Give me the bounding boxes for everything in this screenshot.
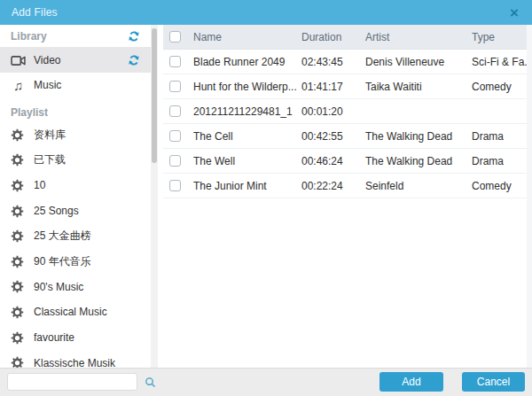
column-header-type[interactable]: Type [472, 31, 532, 43]
row-checkbox[interactable] [169, 180, 181, 191]
dialog-title: Add Files [12, 6, 58, 19]
playlist-label: Klassische Musik [34, 357, 115, 368]
cell-duration: 02:43:45 [301, 56, 365, 68]
cell-artist: Denis Villeneuve [365, 56, 472, 68]
table-row[interactable]: The Junior Mint 00:22:24 Seinfeld Comedy [163, 174, 532, 198]
titlebar: Add Files × [0, 0, 532, 25]
library-header-label: Library [11, 30, 47, 43]
cell-type: Sci-Fi & Fa... [472, 56, 532, 68]
gear-icon [11, 179, 24, 192]
file-table: Name Duration Artist Type Blade Runner 2… [163, 25, 532, 368]
column-header-duration[interactable]: Duration [301, 31, 365, 43]
playlist-item[interactable]: Klassische Musik [0, 350, 151, 368]
cell-type: Comedy [472, 180, 532, 192]
video-refresh-icon[interactable] [128, 54, 140, 66]
gear-icon [11, 255, 24, 268]
cell-duration: 00:42:55 [301, 130, 365, 143]
table-header-row: Name Duration Artist Type [163, 25, 532, 50]
gear-icon [11, 331, 24, 345]
sidebar-scrollbar-track [151, 25, 158, 368]
cell-artist: Taika Waititi [365, 81, 472, 93]
playlist-item[interactable]: 资料库 [0, 122, 151, 148]
playlist-header-label: Playlist [11, 106, 48, 119]
video-camera-icon [11, 55, 26, 66]
sidebar-item-music[interactable]: ♫ Music [0, 73, 151, 97]
cell-name: The Well [193, 155, 301, 167]
table-row[interactable]: The Cell 00:42:55 The Walking Dead Drama [163, 124, 532, 149]
select-all-checkbox[interactable] [169, 31, 181, 43]
playlist-item[interactable]: 25 大金曲榜 [0, 223, 151, 249]
library-refresh-icon[interactable] [128, 30, 140, 43]
cell-name: The Junior Mint [193, 180, 301, 192]
playlist-item[interactable]: 10 [0, 173, 151, 198]
cell-type: Comedy [472, 81, 532, 93]
cancel-button[interactable]: Cancel [462, 372, 525, 392]
cell-artist: The Walking Dead [365, 130, 472, 143]
gear-icon [11, 280, 24, 293]
music-label: Music [34, 79, 61, 91]
playlist-label: 已下载 [34, 152, 66, 167]
gear-icon [11, 306, 24, 319]
playlist-label: 25 Songs [34, 205, 79, 217]
cell-duration: 01:41:17 [301, 81, 365, 93]
cell-duration: 00:01:20 [301, 105, 365, 118]
playlist-item[interactable]: 25 Songs [0, 198, 151, 224]
add-button[interactable]: Add [379, 372, 443, 392]
playlist-section-header: Playlist [0, 103, 151, 122]
column-header-name[interactable]: Name [193, 31, 301, 43]
playlist-item[interactable]: 90's Music [0, 275, 151, 300]
playlist-label: 90's Music [34, 281, 83, 293]
gear-icon [11, 356, 24, 368]
row-checkbox[interactable] [169, 155, 181, 167]
playlist-item[interactable]: favourite [0, 325, 151, 351]
search-input[interactable] [8, 377, 145, 387]
footer-bar: Add Cancel [0, 368, 532, 396]
cell-artist: The Walking Dead [365, 155, 472, 167]
playlist-label: favourite [34, 331, 74, 344]
cell-artist: Seinfeld [365, 180, 472, 192]
cell-name: The Cell [193, 130, 301, 143]
table-row[interactable]: 201211211229481_1 00:01:20 [163, 99, 532, 124]
cell-duration: 00:22:24 [301, 180, 365, 192]
table-scrollbar-track [527, 25, 532, 396]
row-checkbox[interactable] [169, 56, 181, 67]
row-checkbox[interactable] [169, 81, 181, 92]
playlist-item[interactable]: Classical Music [0, 299, 151, 325]
row-checkbox[interactable] [169, 105, 181, 117]
search-icon [145, 377, 156, 388]
table-row[interactable]: Hunt for the Wilderp... 01:41:17 Taika W… [163, 74, 532, 99]
music-note-icon: ♫ [11, 79, 26, 92]
sidebar-scrollbar-thumb[interactable] [152, 28, 157, 163]
gear-icon [11, 205, 24, 218]
library-section-header: Library [0, 25, 151, 48]
search-box[interactable] [7, 373, 137, 391]
playlist-label: Classical Music [34, 306, 107, 318]
cell-name: 201211211229481_1 [193, 105, 301, 118]
cell-type: Drama [472, 155, 532, 167]
cell-name: Blade Runner 2049 [193, 56, 301, 68]
sidebar: Library Video ♫ Music Playlist [0, 25, 151, 368]
cell-name: Hunt for the Wilderp... [193, 81, 301, 93]
gear-icon [11, 153, 24, 167]
video-label: Video [34, 54, 60, 66]
table-row[interactable]: The Well 00:46:24 The Walking Dead Drama [163, 149, 532, 174]
playlist-item[interactable]: 90 年代音乐 [0, 249, 151, 275]
cell-duration: 00:46:24 [301, 155, 365, 167]
sidebar-item-video[interactable]: Video [0, 48, 151, 73]
row-checkbox[interactable] [169, 130, 181, 142]
gear-icon [11, 229, 24, 243]
playlist-label: 25 大金曲榜 [34, 229, 91, 244]
cell-type: Drama [472, 130, 532, 143]
column-header-artist[interactable]: Artist [365, 31, 472, 43]
playlist-item[interactable]: 已下载 [0, 148, 151, 174]
table-row[interactable]: Blade Runner 2049 02:43:45 Denis Villene… [163, 50, 532, 74]
playlist-label: 10 [34, 179, 45, 191]
playlist-label: 90 年代音乐 [34, 254, 91, 269]
playlist-label: 资料库 [34, 128, 66, 143]
gear-icon [11, 128, 24, 142]
add-files-dialog: Add Files × Library Video ♫ Music [0, 0, 532, 396]
close-icon[interactable]: × [508, 5, 520, 20]
